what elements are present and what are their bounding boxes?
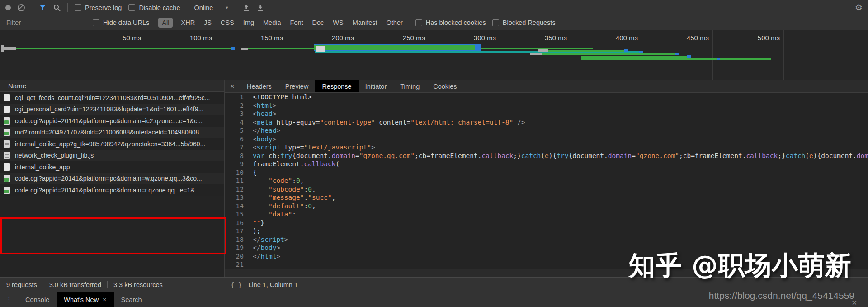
line-number: 10 (225, 168, 248, 177)
drawer-tab-search[interactable]: Search (114, 292, 149, 307)
tab-response[interactable]: Response (315, 80, 358, 92)
filter-chip-ws[interactable]: WS (332, 18, 344, 28)
watermark-title: 知乎 @职场小萌新 (629, 248, 852, 283)
hide-data-urls-checkbox[interactable] (93, 19, 99, 26)
timeline-gridline (500, 30, 500, 80)
code-text: "data": (253, 210, 296, 219)
settings-icon[interactable]: ⚙ (855, 3, 863, 12)
preserve-log-toggle[interactable]: Preserve log (75, 4, 122, 11)
export-har-icon[interactable] (257, 4, 264, 11)
hide-data-urls-toggle[interactable]: Hide data URLs (93, 19, 149, 26)
filter-chip-font[interactable]: Font (289, 18, 304, 28)
clear-icon[interactable] (18, 4, 25, 11)
close-icon[interactable]: × (225, 80, 240, 92)
blocked-requests-toggle[interactable]: Blocked Requests (492, 19, 556, 26)
line-number: 17 (225, 227, 248, 235)
request-row[interactable]: internal_dolike_app?g_tk=985798942&qzone… (0, 138, 224, 150)
request-row[interactable]: code.cgi?appid=20141&platform=pc&domain=… (0, 115, 224, 127)
code-text: frameElement.callback( (253, 160, 340, 168)
timeline-gridline (849, 30, 849, 80)
code-token: > (276, 244, 280, 251)
tab-preview[interactable]: Preview (278, 80, 316, 92)
filter-chip-js[interactable]: JS (203, 18, 212, 28)
more-options-icon[interactable]: ⋮ (0, 292, 18, 307)
timeline-overview[interactable]: 50 ms100 ms150 ms200 ms250 ms300 ms350 m… (0, 30, 868, 80)
request-row[interactable]: network_check_plugin_lib.js (0, 150, 224, 162)
code-token: </ (253, 253, 260, 260)
code-token (253, 177, 269, 184)
code-token: ); (253, 227, 260, 235)
search-icon[interactable] (53, 4, 61, 11)
code-token: catch (521, 152, 541, 159)
filter-chip-other[interactable]: Other (386, 18, 404, 28)
request-row[interactable]: code.cgi?appid=20141&platform=pc&domain=… (0, 184, 224, 196)
disable-cache-checkbox[interactable] (128, 4, 135, 11)
summary-item: 9 requests (6, 281, 37, 288)
waterfall-bar (530, 53, 542, 55)
drawer-tabs: ConsoleWhat's New×Search (18, 292, 149, 307)
filter-chip-manifest[interactable]: Manifest (352, 18, 378, 28)
line-number: 19 (225, 244, 248, 252)
code-token: "qzone.qq.com" (359, 152, 415, 159)
code-token: "message" (269, 194, 304, 201)
code-token: > (371, 144, 375, 151)
name-column-label: Name (8, 82, 26, 90)
code-token: > (273, 110, 277, 117)
code-text: </body> (253, 244, 280, 252)
code-line: 1<!DOCTYPE html> (225, 93, 868, 101)
import-har-icon[interactable] (243, 4, 250, 11)
close-icon[interactable]: × (103, 296, 106, 303)
has-blocked-cookies-checkbox[interactable] (415, 19, 422, 26)
tab-cookies[interactable]: Cookies (426, 80, 463, 92)
filter-chip-xhr[interactable]: XHR (180, 18, 196, 28)
divider (43, 281, 43, 288)
response-editor[interactable]: 1<!DOCTYPE html>2<html>3<head>4<meta htt… (225, 93, 868, 269)
code-line: 11 "code":0, (225, 177, 868, 185)
blocked-requests-checkbox[interactable] (492, 19, 499, 26)
filter-chip-css[interactable]: CSS (220, 18, 235, 28)
code-token: e (809, 152, 813, 159)
code-token (253, 186, 269, 193)
filter-chip-img[interactable]: Img (242, 18, 255, 28)
throttling-select[interactable]: Online ▼ (194, 4, 229, 11)
waterfall-bar (16, 48, 233, 49)
watermark-url: https://blog.csdn.net/qq_45414559 (709, 290, 854, 301)
request-row[interactable]: cgi_personal_card?uin=1223411083&fupdate… (0, 104, 224, 115)
filter-chip-doc[interactable]: Doc (311, 18, 325, 28)
timeline-tick-label: 150 ms (241, 34, 283, 42)
code-line: 12 "subcode":0, (225, 185, 868, 194)
filter-chip-all[interactable]: All (158, 18, 173, 28)
record-icon[interactable] (5, 5, 11, 10)
code-line: 3<head> (225, 110, 868, 118)
code-token: "text/html; charset=utf-8" (410, 119, 513, 126)
disable-cache-toggle[interactable]: Disable cache (128, 4, 180, 11)
code-token: < (253, 144, 257, 151)
divider (67, 3, 68, 12)
code-token: meta (257, 119, 273, 126)
code-text: <body> (253, 135, 276, 144)
code-token: > (284, 236, 288, 243)
has-blocked-cookies-toggle[interactable]: Has blocked cookies (415, 19, 486, 26)
code-line: 14 "default":0, (225, 202, 868, 211)
filter-chip-media[interactable]: Media (262, 18, 282, 28)
drawer-tab-console[interactable]: Console (18, 292, 57, 307)
tab-headers[interactable]: Headers (240, 80, 278, 92)
filter-icon[interactable] (39, 4, 47, 11)
filter-input[interactable] (5, 19, 86, 27)
timeline-gridline (712, 30, 713, 80)
request-row[interactable]: md?fromId=204971707&told=211006088&inter… (0, 127, 224, 139)
code-token: : (304, 186, 308, 193)
tab-timing[interactable]: Timing (393, 80, 426, 92)
preserve-log-checkbox[interactable] (75, 4, 81, 11)
request-row[interactable]: cgi_get_feeds_count.cgi?uin=1223411083&r… (0, 92, 224, 104)
tab-initiator[interactable]: Initiator (359, 80, 394, 92)
request-table: Name cgi_get_feeds_count.cgi?uin=1223411… (0, 80, 225, 277)
drawer-tab-what-s-new[interactable]: What's New× (57, 292, 113, 307)
code-token: frameElement. (253, 160, 304, 168)
line-number: 5 (225, 126, 248, 135)
waterfall-bar (314, 44, 481, 51)
code-token: script (257, 144, 280, 151)
request-row[interactable]: internal_dolike_app (0, 161, 224, 173)
name-column-header[interactable]: Name (0, 80, 224, 92)
request-row[interactable]: code.cgi?appid=20141&platform=pc&domain=… (0, 173, 224, 185)
